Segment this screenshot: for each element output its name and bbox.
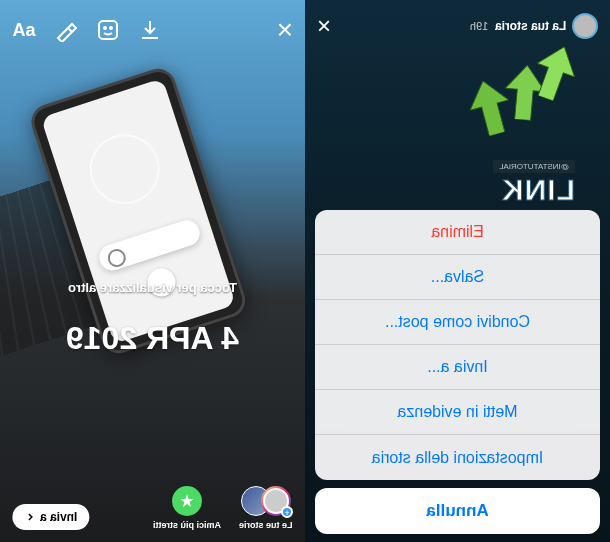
close-friends-label: Amici più stretti bbox=[153, 520, 221, 530]
memory-date-label: 4 APR 2019 bbox=[0, 320, 305, 357]
svg-point-1 bbox=[104, 27, 106, 29]
link-title: LINK bbox=[493, 173, 575, 207]
plus-icon: + bbox=[281, 506, 293, 518]
send-to-option[interactable]: Invia a... bbox=[315, 345, 600, 390]
arrow-graphics bbox=[470, 45, 580, 155]
close-editor-button[interactable]: × bbox=[277, 14, 293, 46]
save-option[interactable]: Salva... bbox=[315, 255, 600, 300]
download-tool-icon[interactable] bbox=[138, 18, 162, 42]
svg-rect-0 bbox=[99, 21, 117, 39]
story-username-label: La tua storia bbox=[495, 19, 566, 33]
close-story-button[interactable]: × bbox=[317, 12, 331, 40]
share-as-post-option[interactable]: Condivi come post... bbox=[315, 300, 600, 345]
text-tool-icon[interactable]: Aa bbox=[12, 18, 36, 42]
star-icon bbox=[172, 486, 202, 516]
highlight-option[interactable]: Metti in evidenza bbox=[315, 390, 600, 435]
avatar bbox=[572, 13, 598, 39]
cancel-button[interactable]: Annulla bbox=[315, 488, 600, 534]
sticker-tool-icon[interactable] bbox=[96, 18, 120, 42]
draw-tool-icon[interactable] bbox=[54, 18, 78, 42]
send-to-label: Invia a bbox=[40, 510, 77, 524]
story-author[interactable]: 19h La tua storia bbox=[470, 13, 598, 39]
delete-option[interactable]: Elimina bbox=[315, 210, 600, 255]
action-sheet: Elimina Salva... Condivi come post... In… bbox=[315, 210, 600, 534]
tap-hint-label: Tocca per visualizzare altro bbox=[0, 280, 305, 295]
close-friends-destination[interactable]: Amici più stretti bbox=[153, 486, 221, 530]
your-stories-destination[interactable]: + Le tue storie bbox=[239, 486, 293, 530]
your-stories-label: Le tue storie bbox=[239, 520, 293, 530]
send-to-button[interactable]: Invia a bbox=[12, 504, 89, 530]
story-header: × 19h La tua storia bbox=[317, 12, 598, 40]
story-viewer-screen: × 19h La tua storia @INSTATUTORIAL LINK … bbox=[305, 0, 610, 542]
link-graphic: @INSTATUTORIAL LINK bbox=[493, 155, 575, 207]
story-editor-screen: Aa × Tocca per visualizzare altro 4 APR … bbox=[0, 0, 305, 542]
editor-bottom-bar: Invia a Amici più stretti + Le tue stori… bbox=[12, 486, 293, 530]
story-avatar-icon: + bbox=[261, 486, 291, 516]
link-subtitle: @INSTATUTORIAL bbox=[493, 160, 575, 173]
action-sheet-options: Elimina Salva... Condivi come post... In… bbox=[315, 210, 600, 480]
story-settings-option[interactable]: Impostazioni della storia bbox=[315, 435, 600, 480]
story-time-label: 19h bbox=[470, 20, 488, 32]
svg-point-2 bbox=[110, 27, 112, 29]
editor-toolbar: Aa × bbox=[12, 14, 293, 46]
